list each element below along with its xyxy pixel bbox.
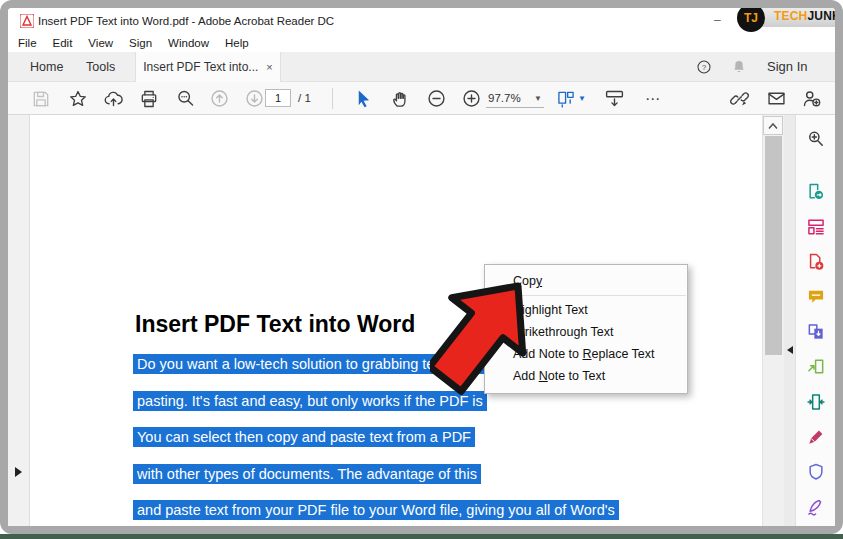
select-arrow-icon [354, 89, 373, 108]
create-pdf-icon [806, 252, 826, 272]
tab-home[interactable]: Home [30, 52, 63, 82]
fit-width-icon [604, 88, 625, 109]
right-pane-splitter [784, 115, 795, 526]
zoom-level-dropdown[interactable]: 97.7% ▼ [486, 89, 544, 108]
nav-pane-toggle-icon[interactable] [15, 467, 22, 477]
edit-pdf-button[interactable] [805, 217, 827, 237]
page-count-label: / 1 [298, 92, 311, 104]
brand-bottom-strip [0, 534, 843, 539]
selected-text-line[interactable]: with other types of documents. The advan… [133, 465, 733, 487]
page-number-input[interactable]: 1 [265, 89, 291, 107]
document-heading: Insert PDF Text into Word [135, 311, 415, 338]
share-with-person-button[interactable] [798, 86, 824, 111]
main-toolbar: 1 / 1 97.7% ▼ ▼ [8, 82, 835, 115]
zoom-out-icon [426, 88, 447, 109]
menu-item-sign[interactable]: Sign [129, 37, 152, 49]
fit-width-button[interactable] [601, 86, 627, 111]
page-up-icon [209, 88, 230, 109]
envelope-icon [766, 88, 787, 109]
menu-item-file[interactable]: File [18, 37, 37, 49]
star-icon [68, 89, 88, 109]
edit-pdf-icon [806, 217, 826, 237]
fill-sign-pen-icon [806, 427, 826, 447]
selected-text-line[interactable]: You can select then copy and paste text … [133, 428, 733, 450]
search-icon [175, 88, 196, 109]
next-page-button[interactable] [241, 86, 267, 111]
scrollbar-up-button[interactable] [763, 116, 783, 135]
combine-files-button[interactable] [805, 322, 827, 342]
find-button[interactable] [172, 86, 198, 111]
tab-tools[interactable]: Tools [86, 52, 115, 82]
screenshot-canvas: Insert PDF Text into Word.pdf - Adobe Ac… [0, 0, 843, 539]
menu-item-view[interactable]: View [88, 37, 113, 49]
zoom-level-value: 97.7% [488, 92, 521, 104]
zoom-in-button[interactable] [458, 86, 484, 111]
star-favorites-button[interactable] [65, 86, 91, 111]
tools-sidebar [795, 115, 835, 526]
tab-bar: Home Tools Insert PDF Text into... × ? S… [8, 52, 835, 82]
menu-item-help[interactable]: Help [225, 37, 249, 49]
chevron-down-icon: ▼ [534, 94, 542, 103]
help-icon[interactable]: ? [696, 59, 712, 75]
toolbar-separator [332, 88, 333, 109]
fill-sign-button[interactable] [805, 427, 827, 447]
zoom-out-button[interactable] [423, 86, 449, 111]
hand-icon [390, 89, 410, 109]
svg-text:?: ? [702, 63, 706, 72]
scrollbar-thumb[interactable] [765, 136, 782, 355]
share-link-button[interactable] [726, 86, 752, 111]
zoom-in-icon [461, 88, 482, 109]
left-nav-pane-collapsed [8, 115, 30, 526]
compress-pdf-button[interactable] [805, 392, 827, 412]
previous-page-button[interactable] [206, 86, 232, 111]
menu-bar-items: FileEditViewSignWindowHelp [18, 37, 249, 49]
menu-item-window[interactable]: Window [168, 37, 209, 49]
page-display-icon [556, 89, 576, 109]
sign-in-button[interactable]: Sign In [767, 59, 807, 74]
notifications-bell-icon[interactable] [731, 59, 747, 75]
more-tools-button[interactable]: ⋯ [640, 86, 666, 111]
printer-icon [139, 89, 159, 109]
page-down-icon [244, 88, 265, 109]
organize-pages-button[interactable] [805, 357, 827, 377]
acrobat-pdf-icon [20, 14, 34, 28]
hand-tool-button[interactable] [387, 86, 413, 111]
export-pdf-button[interactable] [805, 182, 827, 202]
red-pointer-arrow [430, 262, 580, 402]
cloud-upload-icon [103, 88, 124, 109]
brand-initials: TJ [744, 11, 758, 25]
save-button[interactable] [28, 86, 54, 111]
acrobat-window: Insert PDF Text into Word.pdf - Adobe Ac… [8, 8, 835, 526]
organize-pages-icon [806, 357, 826, 377]
comment-icon [806, 287, 826, 307]
tab-document[interactable]: Insert PDF Text into... × [135, 52, 281, 82]
title-bar: Insert PDF Text into Word.pdf - Adobe Ac… [8, 8, 835, 34]
comment-button[interactable] [805, 287, 827, 307]
page-display-button[interactable]: ▼ [554, 86, 588, 111]
chevron-up-icon [768, 122, 778, 130]
save-icon [31, 89, 51, 109]
cloud-upload-button[interactable] [100, 86, 126, 111]
protect-button[interactable] [805, 462, 827, 482]
tab-close-icon[interactable]: × [266, 61, 272, 73]
create-pdf-button[interactable] [805, 252, 827, 272]
search-tools-button[interactable] [805, 129, 827, 149]
selected-text-line[interactable]: and paste text from your PDF file to you… [133, 501, 733, 523]
brand-word-junkie: JUNKIE [807, 9, 835, 23]
compress-pdf-icon [806, 392, 826, 412]
ellipsis-icon: ⋯ [645, 90, 661, 108]
minimize-icon[interactable]: – [714, 13, 721, 27]
person-add-icon [801, 88, 822, 109]
link-icon [729, 88, 750, 109]
request-signatures-button[interactable] [805, 497, 827, 517]
menu-item-edit[interactable]: Edit [53, 37, 73, 49]
export-pdf-icon [806, 182, 826, 202]
protect-shield-icon [806, 462, 826, 482]
window-title: Insert PDF Text into Word.pdf - Adobe Ac… [38, 15, 334, 27]
select-tool-button[interactable] [350, 86, 376, 111]
menu-bar: FileEditViewSignWindowHelp [8, 34, 835, 52]
print-button[interactable] [136, 86, 162, 111]
chevron-down-icon: ▼ [578, 94, 586, 103]
right-pane-toggle-icon[interactable] [787, 346, 793, 354]
email-button[interactable] [763, 86, 789, 111]
